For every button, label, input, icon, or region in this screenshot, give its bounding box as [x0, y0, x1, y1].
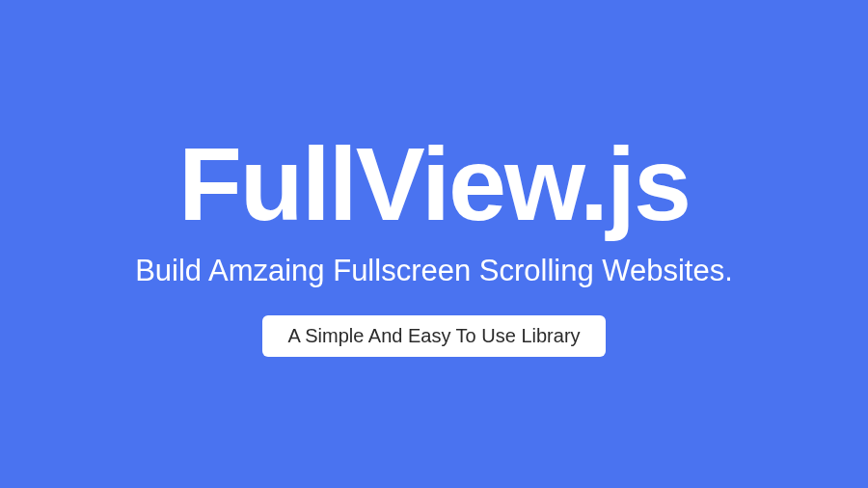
- hero-subtitle: Build Amzaing Fullscreen Scrolling Websi…: [135, 254, 733, 288]
- hero-container: FullView.js Build Amzaing Fullscreen Scr…: [135, 132, 733, 357]
- hero-badge: A Simple And Easy To Use Library: [262, 315, 605, 357]
- hero-title: FullView.js: [178, 132, 690, 236]
